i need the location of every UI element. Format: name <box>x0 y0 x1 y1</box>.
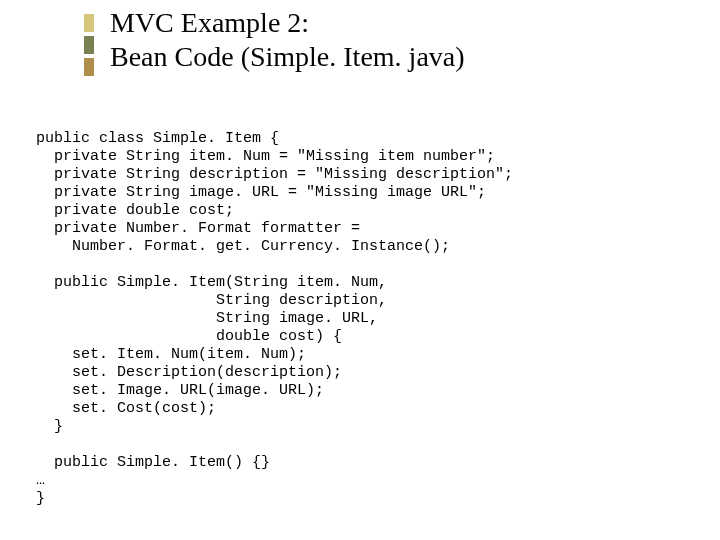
accent-box-2 <box>84 36 94 54</box>
code-line: String image. URL, <box>36 310 378 327</box>
accent-box-3 <box>84 58 94 76</box>
code-line: public class Simple. Item { <box>36 130 279 147</box>
code-line: } <box>36 490 45 507</box>
slide: MVC Example 2: Bean Code (Simple. Item. … <box>0 0 720 540</box>
code-line: String description, <box>36 292 387 309</box>
code-line: set. Item. Num(item. Num); <box>36 346 306 363</box>
code-block: public class Simple. Item { private Stri… <box>36 112 513 508</box>
code-line: set. Cost(cost); <box>36 400 216 417</box>
code-line: public Simple. Item(String item. Num, <box>36 274 387 291</box>
code-line: private String image. URL = "Missing ima… <box>36 184 486 201</box>
code-line: } <box>36 418 63 435</box>
code-line: private String item. Num = "Missing item… <box>36 148 495 165</box>
code-line: private String description = "Missing de… <box>36 166 513 183</box>
title-accent <box>84 14 94 72</box>
code-line: … <box>36 472 45 489</box>
code-line: set. Image. URL(image. URL); <box>36 382 324 399</box>
code-line: private Number. Format formatter = <box>36 220 360 237</box>
slide-title: MVC Example 2: Bean Code (Simple. Item. … <box>110 6 465 74</box>
code-line: set. Description(description); <box>36 364 342 381</box>
title-line-1: MVC Example 2: <box>110 6 465 40</box>
code-line: public Simple. Item() {} <box>36 454 270 471</box>
accent-box-1 <box>84 14 94 32</box>
code-line: private double cost; <box>36 202 234 219</box>
title-line-2: Bean Code (Simple. Item. java) <box>110 40 465 74</box>
code-line: Number. Format. get. Currency. Instance(… <box>36 238 450 255</box>
code-line: double cost) { <box>36 328 342 345</box>
